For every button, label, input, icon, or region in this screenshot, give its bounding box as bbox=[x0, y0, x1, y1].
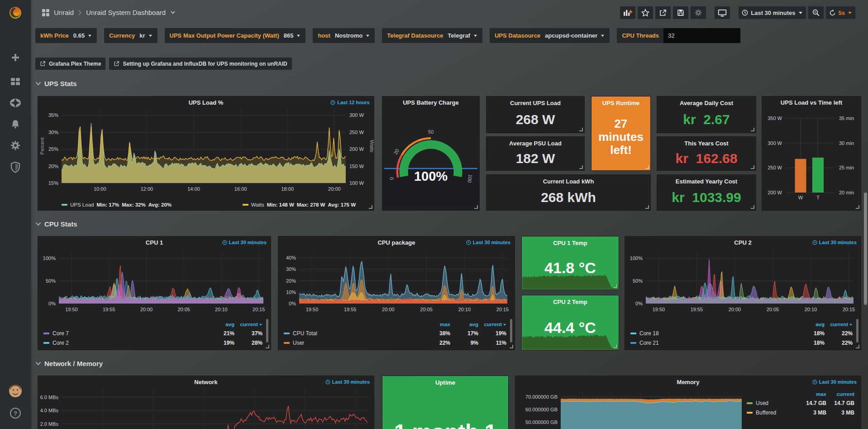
breadcrumb-root[interactable]: Unraid bbox=[54, 9, 74, 16]
legend-column-avg[interactable]: avg bbox=[450, 322, 478, 327]
stat-title[interactable]: Average PSU Load bbox=[486, 140, 584, 147]
variable-value[interactable]: kr bbox=[139, 32, 152, 39]
grafana-logo-icon[interactable] bbox=[0, 4, 31, 22]
legend-column-avg[interactable]: avg bbox=[206, 322, 234, 327]
variable-value[interactable]: apcupsd-container bbox=[545, 32, 605, 39]
legend-series-name[interactable]: Used bbox=[756, 400, 768, 406]
stat-title[interactable]: Current Load kWh bbox=[486, 178, 650, 185]
legend-column-current[interactable]: current bbox=[826, 391, 854, 397]
panel-time-range[interactable]: Last 30 minutes bbox=[222, 240, 267, 245]
panel-title[interactable]: UPS Load vs Time left bbox=[766, 99, 857, 106]
time-range-label: Last 30 minutes bbox=[751, 10, 795, 16]
battery-gauge[interactable]: 02050100100% bbox=[382, 96, 479, 210]
time-range-picker[interactable]: Last 30 minutes bbox=[739, 6, 806, 19]
legend-series-name[interactable]: Watts bbox=[251, 202, 264, 207]
variable-input[interactable]: 32 bbox=[663, 28, 740, 43]
stat-title[interactable]: Average Daily Cost bbox=[657, 100, 756, 106]
caret-down-icon bbox=[148, 34, 153, 37]
legend-column-current[interactable]: current bbox=[478, 322, 506, 327]
stat-title[interactable]: CPU 1 Temp bbox=[522, 240, 619, 246]
stat-title[interactable]: Estimated Yearly Cost bbox=[657, 178, 756, 185]
legend-series-name[interactable]: Core 7 bbox=[52, 330, 69, 337]
legend-series-name[interactable]: Core 21 bbox=[639, 340, 659, 346]
legend-series-name[interactable]: UPS Load bbox=[70, 202, 94, 207]
variable-host[interactable]: hostNostromo bbox=[313, 28, 375, 43]
stat-title[interactable]: CPU 2 Temp bbox=[522, 299, 619, 305]
panel-time-range[interactable]: Last 30 minutes bbox=[325, 379, 370, 385]
dashboards-icon[interactable] bbox=[0, 72, 31, 91]
variable-telegraf-datasource[interactable]: Telegraf DatasourceTelegraf bbox=[382, 28, 482, 43]
ups-load-chart[interactable]: 10:0012:0014:0016:0018:0020:0035%300 W30… bbox=[38, 96, 374, 210]
variable-currency[interactable]: Currencykr bbox=[104, 28, 157, 43]
stat-title[interactable]: This Years Cost bbox=[657, 140, 756, 147]
variable-value[interactable]: Telegraf bbox=[448, 32, 477, 39]
variable-label: kWh Price bbox=[40, 32, 69, 39]
add-panel-button[interactable] bbox=[620, 6, 635, 19]
shield-icon[interactable] bbox=[0, 158, 31, 176]
panel-title[interactable]: UPS Battery Charge bbox=[387, 99, 475, 106]
svg-text:100%: 100% bbox=[414, 169, 448, 183]
panel-title[interactable]: Memory bbox=[534, 379, 843, 386]
legend-value: 37% bbox=[234, 330, 262, 337]
caret-down-icon[interactable] bbox=[171, 11, 175, 14]
page-scrollbar[interactable] bbox=[864, 193, 867, 305]
stat-title[interactable]: Uptime bbox=[382, 379, 508, 386]
legend-column-avg[interactable]: avg bbox=[796, 322, 825, 327]
panel-title[interactable]: UPS Load % bbox=[56, 99, 356, 106]
legend-value: 18% bbox=[796, 340, 825, 346]
avatar[interactable] bbox=[0, 382, 31, 400]
variable-value[interactable]: 0.65 bbox=[73, 32, 92, 39]
panel-time-range[interactable]: Last 30 minutes bbox=[812, 379, 857, 385]
legend-series-name[interactable]: Buffered bbox=[756, 410, 776, 416]
help-icon[interactable]: ? bbox=[0, 404, 31, 422]
panel-time-range[interactable]: Last 30 minutes bbox=[466, 240, 510, 245]
section-ups-stats[interactable]: UPS Stats bbox=[35, 80, 77, 87]
variable-ups-max-output-power-capacity-watt[interactable]: UPS Max Output Power Capacity (Watt)865 bbox=[165, 28, 306, 43]
star-button[interactable] bbox=[638, 6, 653, 19]
variable-value[interactable]: Nostromo bbox=[335, 32, 370, 39]
svg-text:19:55: 19:55 bbox=[103, 307, 115, 312]
sort-caret-icon bbox=[849, 323, 853, 326]
legend-column-max[interactable]: max bbox=[798, 391, 826, 397]
svg-text:100 W: 100 W bbox=[349, 180, 364, 186]
panel-title[interactable]: Network bbox=[56, 379, 356, 386]
refresh-picker[interactable]: 5s bbox=[826, 6, 855, 19]
panel-time-range[interactable]: Last 30 minutes bbox=[812, 240, 857, 245]
section-cpu-stats[interactable]: CPU Stats bbox=[35, 220, 77, 228]
variable-value[interactable]: 865 bbox=[284, 32, 301, 39]
legend-scrollbar[interactable] bbox=[266, 319, 268, 342]
legend-series-name[interactable]: CPU Total bbox=[293, 330, 317, 337]
panel-time-range[interactable]: Last 12 hours bbox=[330, 100, 370, 105]
load-vs-time-chart[interactable]: 350 W35 min300 W30 min250 W25 min200 W20… bbox=[762, 96, 861, 210]
legend-column-max[interactable]: max bbox=[422, 322, 450, 327]
legend-series-name[interactable]: Core 2 bbox=[52, 340, 69, 346]
caret-down-icon bbox=[848, 11, 852, 14]
save-button[interactable] bbox=[673, 6, 688, 19]
tv-kiosk-button[interactable] bbox=[715, 6, 730, 19]
svg-text:20:15: 20:15 bbox=[496, 307, 509, 312]
explore-compass-icon[interactable] bbox=[0, 94, 31, 112]
stat-title[interactable]: UPS Runtime bbox=[591, 100, 650, 106]
variable-kwh-price[interactable]: kWh Price0.65 bbox=[35, 28, 97, 43]
legend-scrollbar[interactable] bbox=[856, 319, 858, 342]
dashboard-settings-button[interactable] bbox=[691, 6, 706, 19]
variable-ups-datasource[interactable]: UPS Datasourceapcupsd-container bbox=[490, 28, 610, 43]
legend-value: 19% bbox=[206, 340, 234, 346]
section-network-memory[interactable]: Network / Memory bbox=[35, 360, 103, 367]
variable-cpu-threads[interactable]: CPU Threads32 bbox=[617, 28, 740, 43]
share-button[interactable] bbox=[655, 6, 671, 19]
legend-series-name[interactable]: Core 18 bbox=[639, 330, 659, 337]
alerting-bell-icon[interactable] bbox=[0, 115, 31, 133]
legend-scrollbar[interactable] bbox=[510, 319, 512, 342]
dashboard-link-setting-up-grafana-and-influxdb-for-ups-monitoring-on-unraid[interactable]: Setting up Grafana and InfluxDB for UPS … bbox=[109, 58, 291, 70]
settings-gear-icon[interactable] bbox=[0, 136, 31, 154]
breadcrumb-current[interactable]: Unraid System Dashboard bbox=[86, 9, 166, 16]
zoom-out-button[interactable] bbox=[808, 6, 824, 19]
apps-grid-icon[interactable] bbox=[42, 9, 50, 17]
stat-title[interactable]: Current UPS Load bbox=[486, 100, 584, 106]
legend-column-current[interactable]: current bbox=[825, 322, 853, 327]
legend-column-current[interactable]: current bbox=[234, 322, 262, 327]
plus-icon[interactable] bbox=[0, 48, 31, 67]
dashboard-link-grafana-plex-theme[interactable]: Grafana Plex Theme bbox=[35, 58, 105, 70]
legend-series-name[interactable]: User bbox=[293, 340, 304, 346]
